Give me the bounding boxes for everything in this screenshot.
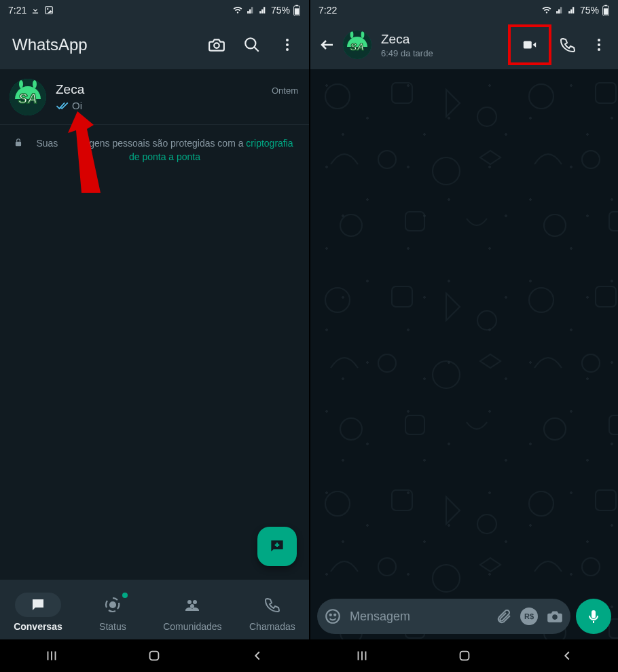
battery-icon xyxy=(293,5,301,16)
voice-message-button[interactable] xyxy=(576,599,611,634)
svg-point-1 xyxy=(47,8,48,10)
search-button[interactable] xyxy=(237,30,267,60)
payment-button[interactable]: R$ xyxy=(520,608,538,625)
recents-icon[interactable] xyxy=(44,648,59,663)
svg-rect-28 xyxy=(604,8,608,14)
svg-point-31 xyxy=(361,31,365,38)
more-vert-icon xyxy=(591,37,607,53)
screenshot-left: 7:21 75% WhatsApp xyxy=(0,0,309,672)
voice-call-button[interactable] xyxy=(553,30,583,60)
svg-rect-3 xyxy=(295,5,298,6)
tab-conversas[interactable]: Conversas xyxy=(14,593,62,632)
emoji-icon[interactable] xyxy=(324,608,342,625)
app-title: WhatsApp xyxy=(12,35,88,54)
home-icon[interactable] xyxy=(147,648,162,663)
mic-icon xyxy=(585,608,602,624)
back-icon[interactable] xyxy=(250,648,265,663)
app-header: WhatsApp xyxy=(0,20,309,69)
back-button[interactable] xyxy=(316,30,339,60)
encrypt-text-1: Suas xyxy=(36,138,60,149)
svg-point-7 xyxy=(286,39,289,41)
battery-text: 75% xyxy=(271,5,290,16)
message-input[interactable]: Mensagem R$ xyxy=(317,599,570,634)
svg-point-21 xyxy=(190,604,194,608)
more-vert-icon xyxy=(279,37,295,53)
more-button[interactable] xyxy=(272,30,302,60)
video-call-button[interactable] xyxy=(520,37,540,52)
attach-icon[interactable] xyxy=(496,608,512,624)
svg-point-40 xyxy=(552,614,558,620)
svg-point-8 xyxy=(286,43,289,46)
communities-icon xyxy=(183,597,201,613)
svg-point-34 xyxy=(598,39,600,41)
lock-icon xyxy=(14,137,23,148)
svg-point-9 xyxy=(286,48,289,51)
chat-row[interactable]: SA Zeca Ontem Oi xyxy=(0,69,309,125)
new-chat-icon xyxy=(268,538,286,555)
battery-text: 75% xyxy=(580,5,599,16)
read-receipt-icon xyxy=(56,101,69,111)
last-seen: 6:49 da tarde xyxy=(381,48,504,58)
signal-icon-2 xyxy=(259,5,268,15)
signal-icon xyxy=(247,5,256,15)
signal-icon-2 xyxy=(568,5,577,15)
svg-point-36 xyxy=(598,48,600,51)
android-nav-bar xyxy=(0,639,309,672)
tab-comunidades[interactable]: Comunidades xyxy=(163,593,221,632)
svg-point-12 xyxy=(33,80,37,88)
svg-rect-41 xyxy=(592,610,596,618)
clock: 7:21 xyxy=(8,5,26,16)
message-input-bar: Mensagem R$ xyxy=(317,599,611,634)
svg-text:SA: SA xyxy=(18,91,37,106)
tab-chamadas[interactable]: Chamadas xyxy=(249,593,295,632)
more-button[interactable] xyxy=(584,30,614,60)
tab-label: Chamadas xyxy=(249,621,295,632)
chat-list: SA Zeca Ontem Oi Suas mensagens pessoais… xyxy=(0,69,309,580)
home-icon[interactable] xyxy=(457,648,472,663)
svg-rect-25 xyxy=(150,652,159,660)
svg-point-38 xyxy=(330,614,331,616)
svg-point-30 xyxy=(350,31,354,38)
chat-icon xyxy=(30,597,46,613)
phone-icon xyxy=(264,597,280,613)
video-icon xyxy=(520,37,540,52)
camera-icon[interactable] xyxy=(546,608,564,625)
status-icon xyxy=(105,597,121,613)
wifi-icon xyxy=(541,5,553,15)
tab-label: Conversas xyxy=(14,621,62,632)
avatar[interactable]: SA xyxy=(10,79,46,115)
camera-icon xyxy=(208,36,225,54)
svg-point-5 xyxy=(214,43,219,48)
svg-point-19 xyxy=(187,600,192,604)
phone-icon xyxy=(560,37,576,53)
payment-label: R$ xyxy=(524,612,534,620)
chat-title-block[interactable]: Zeca 6:49 da tarde xyxy=(381,32,504,58)
battery-icon xyxy=(602,5,610,16)
svg-point-6 xyxy=(245,38,255,48)
svg-rect-17 xyxy=(35,604,39,605)
svg-rect-4 xyxy=(295,8,299,14)
tab-label: Status xyxy=(99,621,126,632)
chat-name: Zeca xyxy=(56,82,84,97)
encryption-notice: Suas mensagens pessoais são protegidas c… xyxy=(0,125,309,164)
svg-rect-33 xyxy=(524,41,532,49)
status-bar: 7:22 75% xyxy=(310,0,618,20)
svg-rect-16 xyxy=(35,602,41,603)
svg-point-35 xyxy=(598,43,600,46)
screenshot-right: 7:22 75% SA Zeca 6:49 da tarde xyxy=(309,0,618,672)
camera-button[interactable] xyxy=(202,30,232,60)
avatar[interactable]: SA xyxy=(343,31,371,59)
chat-preview: Oi xyxy=(72,100,82,111)
svg-point-11 xyxy=(19,80,23,88)
message-placeholder: Mensagem xyxy=(350,610,488,624)
new-chat-button[interactable] xyxy=(257,527,297,566)
signal-icon xyxy=(556,5,565,15)
android-nav-bar xyxy=(310,639,618,672)
chat-background: Mensagem R$ xyxy=(310,69,618,639)
svg-point-37 xyxy=(326,610,340,623)
tab-status[interactable]: Status xyxy=(90,593,136,632)
chat-header: SA Zeca 6:49 da tarde xyxy=(310,20,618,69)
back-icon[interactable] xyxy=(560,648,575,663)
encrypt-text-2: gens pessoais são protegidas com a xyxy=(89,138,246,149)
recents-icon[interactable] xyxy=(355,648,369,663)
